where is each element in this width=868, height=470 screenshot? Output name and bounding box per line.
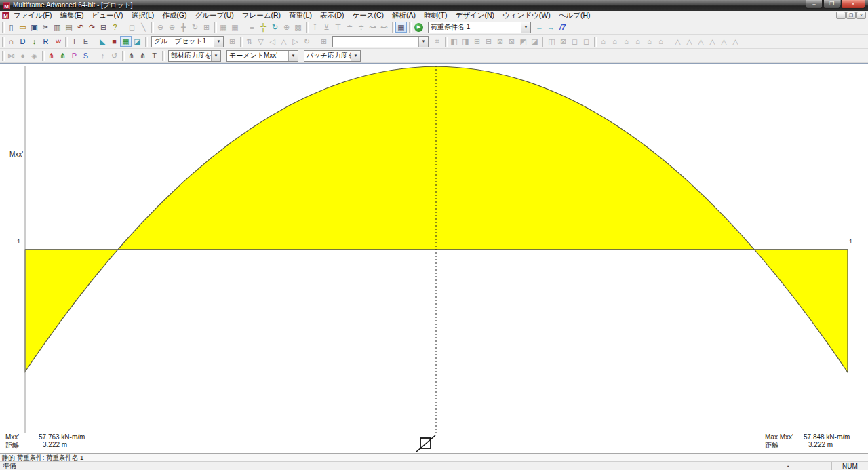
ibeam-icon[interactable]: I (68, 36, 80, 47)
rotate-member-icon[interactable]: ↻ (301, 36, 313, 47)
zoom-in-icon[interactable]: ⊕ (166, 22, 178, 33)
apply-group-icon[interactable]: ⊞ (226, 36, 238, 47)
paste-icon[interactable]: ▤ (63, 22, 75, 33)
rotate-view-icon[interactable]: ↻ (189, 22, 201, 33)
flip-down-icon[interactable]: ▽ (255, 36, 267, 47)
flip-left-icon[interactable]: ◁ (267, 36, 278, 47)
claw-icon-2[interactable]: ⋔ (137, 50, 149, 61)
dim-icon-5[interactable]: ≑ (355, 22, 367, 33)
stress-s-icon[interactable]: S (80, 50, 92, 61)
solid-view-icon[interactable]: ■ (108, 36, 120, 47)
selection-combo[interactable]: ▼ (332, 36, 429, 47)
support-icon-3[interactable]: △ (695, 36, 707, 47)
pattern-icon[interactable]: ▩ (292, 22, 304, 33)
moment-combo-dropdown-arrow-icon[interactable]: ▼ (288, 51, 298, 61)
menu-item-analyze[interactable]: 解析(A) (388, 11, 420, 20)
zoom-extents-icon[interactable]: ⊞ (201, 22, 212, 33)
support-icon-2[interactable]: △ (684, 36, 695, 47)
minimize-button[interactable]: – (806, 0, 823, 9)
groupset-combo[interactable]: グループセット1▼ (151, 36, 224, 47)
window-icon-1[interactable]: ◧ (448, 36, 460, 47)
list-icon[interactable]: ≡ (246, 22, 258, 33)
grid-slash-icon[interactable]: ⌗ (431, 36, 443, 47)
moment-combo[interactable]: モーメントMxx'▼ (226, 50, 298, 62)
undo-icon[interactable]: ↶ (75, 22, 86, 33)
pane-icon-1[interactable]: ◫ (546, 36, 557, 47)
support-icon-5[interactable]: △ (718, 36, 730, 47)
groupset-combo-dropdown-arrow-icon[interactable]: ▼ (214, 37, 223, 47)
redo-icon[interactable]: ↷ (86, 22, 98, 33)
document-icon[interactable]: M (2, 12, 9, 19)
link-icon[interactable]: ⋈ (5, 50, 17, 61)
window-icon-2[interactable]: ◨ (460, 36, 471, 47)
load-type-icon-4[interactable]: ⌂ (632, 36, 644, 47)
pane-icon-4[interactable]: ◻ (580, 36, 592, 47)
node-icon[interactable]: ● (17, 50, 28, 61)
load-down-icon[interactable]: ↓ (28, 36, 40, 47)
pane-icon-3[interactable]: ◻ (569, 36, 580, 47)
new-icon[interactable]: ▯ (5, 22, 17, 33)
menu-item-select[interactable]: 選択(L) (127, 11, 158, 20)
load-type-icon-3[interactable]: ⌂ (620, 36, 632, 47)
menu-item-display[interactable]: 表示(D) (316, 11, 349, 20)
up-icon[interactable]: ↑ (97, 50, 108, 61)
load-type-icon-1[interactable]: ⌂ (597, 36, 609, 47)
menu-item-time[interactable]: 時刻(T) (420, 11, 451, 20)
window-icon-3[interactable]: ⊞ (471, 36, 483, 47)
sort-icon[interactable]: ⇅ (243, 36, 255, 47)
table-icon-2[interactable]: ▦ (229, 22, 241, 33)
mdi-restore-button[interactable]: ❐ (846, 12, 856, 19)
loadcase-combo[interactable]: 荷重条件名 1▼ (428, 22, 531, 33)
mdi-close-button[interactable]: × (856, 12, 866, 19)
dim-icon-4[interactable]: ≐ (344, 22, 355, 33)
open-folder-icon[interactable]: ▭ (17, 22, 28, 33)
grid-snap-icon[interactable]: ╬ (258, 22, 269, 33)
displacement-d-icon[interactable]: D (17, 36, 28, 47)
zoom-out-icon[interactable]: ⊖ (155, 22, 166, 33)
axis-rotate-icon[interactable]: ↻ (269, 22, 281, 33)
reaction-r-icon[interactable]: R (40, 36, 52, 47)
menu-item-case[interactable]: ケース(C) (349, 11, 389, 20)
erase-icon[interactable]: ◪ (132, 36, 143, 47)
undo2-icon[interactable]: ↺ (108, 50, 120, 61)
patch-stress-combo-dropdown-arrow-icon[interactable]: ▼ (351, 51, 360, 61)
menu-item-frame[interactable]: フレーム(R) (238, 11, 285, 20)
joint-icon[interactable]: ◈ (28, 50, 40, 61)
support-icon-1[interactable]: △ (672, 36, 684, 47)
window-icon-6[interactable]: ⊠ (506, 36, 517, 47)
pan-icon[interactable]: ╋ (178, 22, 189, 33)
window-icon-7[interactable]: ◩ (517, 36, 529, 47)
origin-icon[interactable]: ⊕ (281, 22, 292, 33)
shade-view-icon[interactable]: ◣ (97, 36, 108, 47)
stress-green-icon[interactable]: ⋔ (57, 50, 68, 61)
member-stress-combo-dropdown-arrow-icon[interactable]: ▼ (211, 51, 220, 61)
dim-icon-7[interactable]: ⊷ (378, 22, 390, 33)
portal-frame-icon[interactable]: ∩ (5, 36, 17, 47)
table-icon-1[interactable]: ▦ (218, 22, 229, 33)
stress-p-icon[interactable]: P (68, 50, 80, 61)
menu-item-help[interactable]: ヘルプ(H) (555, 11, 595, 20)
member-stress-combo[interactable]: 部材応力度を選択▼ (168, 50, 221, 62)
menu-item-view[interactable]: ビュー(V) (87, 11, 127, 20)
selection-combo-dropdown-arrow-icon[interactable]: ▼ (418, 37, 428, 47)
draw-line-icon[interactable]: ╲ (138, 22, 149, 33)
menu-item-create[interactable]: 作成(G) (158, 11, 191, 20)
plot-view-icon[interactable]: ▦ (120, 36, 132, 47)
close-button[interactable]: × (841, 0, 865, 9)
restore-button[interactable]: ❐ (823, 0, 840, 9)
dim-icon-1[interactable]: ⊺ (309, 22, 321, 33)
mdi-minimize-button[interactable]: – (836, 12, 846, 19)
load-type-icon-6[interactable]: ⌂ (655, 36, 667, 47)
support-icon-6[interactable]: △ (730, 36, 741, 47)
print-icon[interactable]: ⊟ (98, 22, 109, 33)
label-t-icon[interactable]: T (149, 50, 160, 61)
menu-item-edit[interactable]: 編集(E) (56, 11, 87, 20)
flip-right-icon[interactable]: ▷ (290, 36, 301, 47)
pane-icon-2[interactable]: ⊠ (557, 36, 569, 47)
window-icon-8[interactable]: ◪ (529, 36, 540, 47)
menu-item-window[interactable]: ウィンドウ(W) (498, 11, 555, 20)
window-icon-4[interactable]: ⊟ (483, 36, 494, 47)
moment-diagram-icon[interactable]: ∨∨ (52, 36, 63, 47)
menu-item-group[interactable]: グループ(U) (191, 11, 237, 20)
select-rect-icon[interactable]: ◻ (126, 22, 138, 33)
